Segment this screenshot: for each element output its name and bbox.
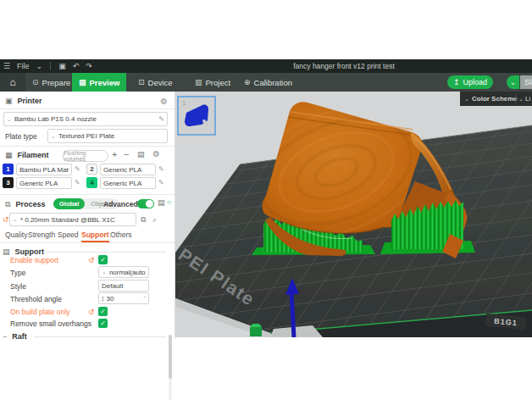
plate-number: 1 [182,99,186,107]
tab-preview[interactable]: ▤ Preview [72,73,126,92]
chevron-down-icon[interactable]: ⌄ [518,96,524,102]
enable-support-checkbox[interactable]: ✓ [98,255,108,264]
filament-2-swatch[interactable]: 2 [86,164,97,175]
device-icon: ⊡ [138,78,145,86]
file-menu[interactable]: File [17,62,30,70]
printer-gear-icon[interactable]: ⚙ [160,97,168,106]
threshold-angle-label: Threshold angle [10,295,62,303]
edit-icon[interactable]: ✎ [158,115,164,123]
process-title: Process [15,200,45,208]
slice-plate-button[interactable]: Sli [520,75,532,89]
support-style-dropdown[interactable]: Default [98,280,149,292]
on-build-plate-only-checkbox[interactable]: ✓ [98,307,108,316]
filament-3-swatch[interactable]: 3 [3,177,14,188]
printer-preset-dropdown[interactable]: ⌄ Bambu Lab P1S 0.4 nozzle ✎ [3,112,168,126]
flushing-label: Flushing volumes [64,150,108,162]
process-icon: ⧉ [5,200,10,209]
flushing-volumes-button[interactable]: Flushing volumes [63,150,108,162]
main-tab-bar: ⌂ ⊙ Prepare ▤ Preview ⊡ Device ▥ Project… [0,73,532,92]
tab-calibration[interactable]: ⊕ Calibration [237,73,299,92]
filament-1-name: Bambu PLA Matte [19,166,69,174]
slice-dropdown-button[interactable]: ⌄ [507,75,519,89]
remove-small-overhangs-checkbox[interactable]: ✓ [98,319,108,328]
chevron-down-icon: ⌄ [7,116,12,123]
filament-title: Filament [18,151,49,159]
style-label: Style [10,282,26,291]
save-icon[interactable]: ▣ [58,62,66,70]
filament-4-swatch[interactable]: 4 [86,177,97,188]
tab-label: Project [206,78,231,87]
filament-3-field[interactable]: Generic PLA [16,177,72,189]
filament-1-field[interactable]: Bambu PLA Matte [16,164,72,175]
raft-icon: − [3,332,7,341]
plate-type-dropdown[interactable]: ⌄ Textured PEI Plate [47,129,168,143]
support-title: Support [15,247,45,256]
bambu-studio-window: ☰ File ⌄ ▣ ↶ ↷ fancy hanger front v12 pr… [0,0,532,400]
chevron-down-icon[interactable]: ⌄ [464,96,469,102]
support-icon: ▤ [3,247,10,256]
chevron-down-icon: ⌄ [51,133,56,140]
document-title: fancy hanger front v12 print test [254,59,434,73]
compare-icon[interactable]: ⧉ [141,215,146,225]
edit-icon[interactable]: ✎ [75,179,80,186]
view-settings-icon[interactable]: ▤ [158,198,165,207]
upload-button[interactable]: ↥ Upload [447,75,493,89]
scope-global[interactable]: Global [53,198,85,209]
plate-type-label: Plate type [5,132,37,141]
plate-thumbnail[interactable]: 1 [178,97,215,135]
tab-device[interactable]: ⊡ Device [131,73,180,92]
upload-label: Upload [463,78,488,86]
printer-section-header: ▣ Printer ⚙ [0,94,175,108]
degree-unit: ° [143,296,146,302]
raft-title: Raft [12,332,27,341]
filament-gear-icon[interactable]: ⚙ [152,149,160,158]
spinner-arrows-icon[interactable]: ▴▾ [102,295,104,302]
tab-others[interactable]: Others [110,231,132,239]
threshold-angle-value: 30 [107,295,144,303]
reset-icon[interactable]: ↺ [3,216,9,224]
reset-icon[interactable]: ↺ [88,308,95,316]
home-icon[interactable]: ⌂ [0,73,25,92]
upload-icon: ↥ [453,78,460,86]
reset-icon[interactable]: ↺ [88,257,95,264]
ams-icon[interactable]: ▤ [137,150,145,158]
chevron-down-icon[interactable]: ⌄ [36,62,43,70]
edit-icon[interactable]: ✎ [75,165,80,173]
params-icon[interactable]: ⁘ [166,198,173,207]
tab-strength[interactable]: Strength [28,231,55,239]
process-preset-dropdown[interactable]: ⌄ * 0.20mm Standard @BBL X1C [9,213,136,226]
viewport-3d[interactable]: PEI Plate B1G1 [175,92,532,337]
filament-4-field[interactable]: Generic PLA [100,177,156,189]
printer-preset-value: Bambu Lab P1S 0.4 nozzle [14,115,158,123]
tab-quality[interactable]: Quality [5,231,27,239]
tab-label: Prepare [42,78,71,87]
redo-icon[interactable]: ↷ [86,62,92,70]
plate-marker-cube [250,324,262,336]
remove-small-overhangs-label: Remove small overhangs [10,319,91,328]
hamburger-icon[interactable]: ☰ [3,62,10,70]
filament-icon: ▦ [5,151,13,159]
on-build-plate-only-label: On build plate only [10,308,69,316]
line-type-label[interactable]: Li [525,95,530,103]
view-options-bar[interactable]: ⌄ Color Scheme ⌄ Li [460,92,532,106]
tab-project[interactable]: ▥ Project [188,73,237,92]
edit-icon[interactable]: ✎ [158,179,164,186]
sidebar-scrollbar[interactable] [169,335,172,400]
tab-prepare[interactable]: ⊙ Prepare [25,73,77,92]
edit-icon[interactable]: ✎ [158,165,164,173]
tab-support[interactable]: Support [81,231,109,242]
add-filament-icon[interactable]: + [112,149,117,159]
advanced-toggle[interactable] [137,199,154,208]
search-icon[interactable]: ⌕ [152,215,157,225]
tab-speed[interactable]: Speed [58,231,79,239]
threshold-angle-spinner[interactable]: ▴▾ 30 ° [98,292,149,304]
color-scheme-label[interactable]: Color Scheme [472,95,518,103]
remove-filament-icon[interactable]: − [124,149,129,159]
advanced-label: Advanced [103,200,138,208]
support-type-dropdown[interactable]: ⌄ normal(auto) [98,266,149,278]
filament-1-swatch[interactable]: 1 [3,164,14,175]
undo-icon[interactable]: ↶ [73,62,80,70]
tab-label: Calibration [254,78,292,87]
filament-2-field[interactable]: Generic PLA [100,164,156,175]
chevron-down-icon: ⌄ [510,78,517,86]
